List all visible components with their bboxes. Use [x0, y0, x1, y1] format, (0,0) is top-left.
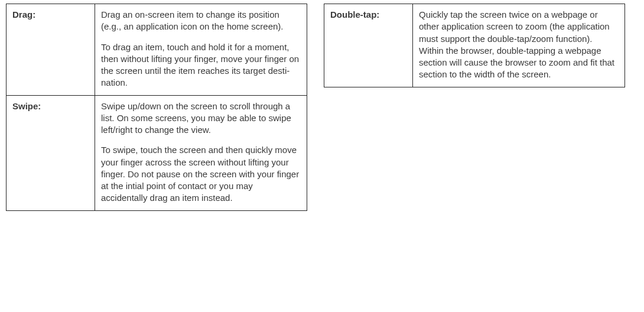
table-row: Double-tap: Quickly tap the screen twice… [324, 4, 625, 87]
gesture-description: Quickly tap the screen twice on a webpag… [413, 4, 625, 87]
left-column: Drag: Drag an on-screen item to change i… [6, 4, 307, 211]
gesture-description: Swipe up/down on the screen to scroll th… [95, 95, 307, 210]
gesture-term: Swipe: [6, 95, 95, 210]
right-column: Double-tap: Quickly tap the screen twice… [324, 4, 625, 211]
description-paragraph: Quickly tap the screen twice on a webpag… [419, 9, 619, 81]
table-row: Swipe: Swipe up/down on the screen to sc… [6, 95, 307, 210]
gesture-table-left: Drag: Drag an on-screen item to change i… [6, 4, 307, 211]
description-paragraph: Swipe up/down on the screen to scroll th… [101, 100, 301, 136]
two-column-layout: Drag: Drag an on-screen item to change i… [6, 4, 638, 211]
gesture-term: Drag: [6, 4, 95, 96]
description-paragraph: To swipe, touch the screen and then quic… [101, 144, 301, 204]
gesture-table-right: Double-tap: Quickly tap the screen twice… [324, 4, 625, 87]
description-paragraph: Drag an on-screen item to change its pos… [101, 9, 301, 33]
gesture-term: Double-tap: [324, 4, 413, 87]
table-row: Drag: Drag an on-screen item to change i… [6, 4, 307, 96]
description-paragraph: To drag an item, touch and hold it for a… [101, 41, 301, 89]
gesture-description: Drag an on-screen item to change its pos… [95, 4, 307, 96]
